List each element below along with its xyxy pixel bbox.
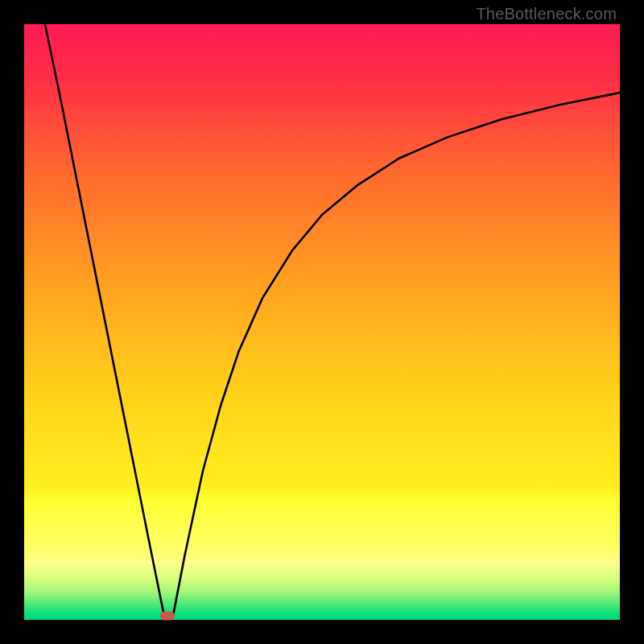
chart-plot-area bbox=[24, 24, 620, 620]
watermark-text: TheBottleneck.com bbox=[476, 5, 617, 23]
curve-left-branch bbox=[45, 24, 164, 616]
optimum-marker bbox=[160, 611, 175, 620]
bottleneck-curve bbox=[24, 24, 620, 620]
curve-right-branch bbox=[173, 93, 620, 616]
